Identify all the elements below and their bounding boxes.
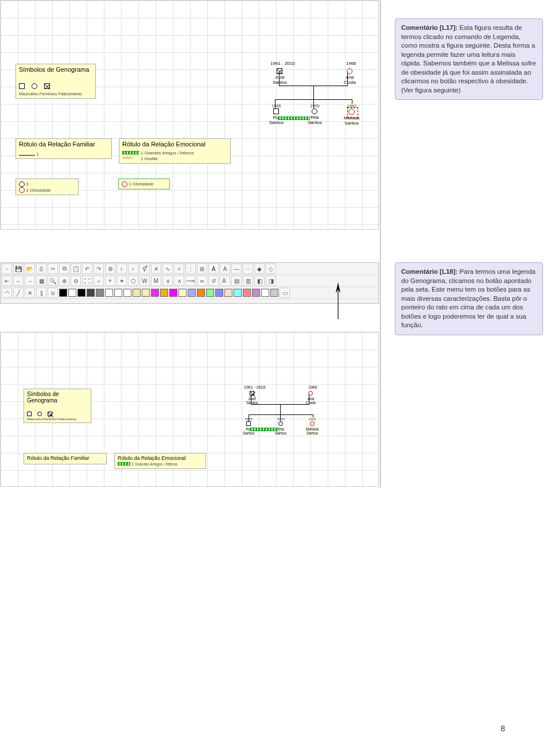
tool-button[interactable]: ∞ xyxy=(197,276,207,286)
tool-button[interactable]: ⚥ xyxy=(139,263,150,274)
text-button[interactable]: A xyxy=(208,263,219,274)
nav-button[interactable]: ← xyxy=(13,276,24,286)
redo-button[interactable]: ↷ xyxy=(94,263,104,274)
tool-button[interactable]: ∨ xyxy=(162,276,173,286)
color-swatch[interactable] xyxy=(96,289,104,297)
date-2: 1966 xyxy=(346,61,356,66)
grid-button[interactable]: ▦ xyxy=(36,276,46,286)
legend-misc-right: 1 Obesidade xyxy=(118,179,170,189)
color-swatch[interactable] xyxy=(224,289,232,297)
zoom-in-button[interactable]: ⊕ xyxy=(59,276,69,286)
cut-button[interactable]: ✂ xyxy=(48,263,58,274)
color-swatch[interactable] xyxy=(160,289,168,297)
page-margin-line xyxy=(380,0,381,488)
color-swatch[interactable] xyxy=(77,289,86,297)
deceased-symbol-icon xyxy=(48,412,52,416)
undo-button[interactable]: ↶ xyxy=(82,263,92,274)
shape-button[interactable]: ✕ xyxy=(25,288,35,298)
tool-button[interactable]: ⊞ xyxy=(197,263,207,274)
tool-button[interactable]: ◧ xyxy=(254,276,265,286)
tool-button[interactable]: ◨ xyxy=(266,276,276,286)
geno-line xyxy=(279,72,280,86)
new-file-button[interactable]: ▫ xyxy=(2,263,12,274)
line-button[interactable]: ┈ xyxy=(243,263,253,274)
line-button[interactable]: ― xyxy=(231,263,242,274)
person-name: Ana xyxy=(306,397,316,401)
tool-button[interactable]: ◇ xyxy=(266,263,276,274)
color-swatch[interactable] xyxy=(68,289,76,297)
rel-emo-g2: 1 Grandes Amigos / Íntimos xyxy=(132,462,178,466)
color-swatch[interactable] xyxy=(270,289,278,297)
color-swatch[interactable] xyxy=(215,289,223,297)
print-button[interactable]: ⎙ xyxy=(36,263,46,274)
label-masculino: Masculino xyxy=(19,91,38,96)
shape-button[interactable]: ◠ xyxy=(2,288,12,298)
color-swatch[interactable] xyxy=(151,289,159,297)
tool-button[interactable]: ∧ xyxy=(174,276,184,286)
font-button[interactable]: A˙ xyxy=(220,276,230,286)
person-jose: José Santos xyxy=(273,68,287,86)
color-swatch[interactable] xyxy=(188,289,196,297)
tool-button[interactable]: ▤ xyxy=(231,276,242,286)
color-swatch[interactable] xyxy=(234,289,242,297)
female-symbol-icon xyxy=(32,83,37,89)
tool-button[interactable]: ≈ xyxy=(174,263,184,274)
friends-line-icon xyxy=(122,151,139,154)
tool-button[interactable]: ✕ xyxy=(151,263,161,274)
color-swatch[interactable] xyxy=(179,289,187,297)
tool-button[interactable]: ♀ xyxy=(117,263,127,274)
tool-button[interactable]: ⟐ xyxy=(94,276,104,286)
male-symbol-icon xyxy=(27,412,32,416)
circle-icon xyxy=(19,181,25,187)
tool-button[interactable]: ✦ xyxy=(117,276,127,286)
legend-button[interactable]: ▭ xyxy=(280,288,290,298)
tool-button[interactable]: ◆ xyxy=(254,263,265,274)
tool-button[interactable]: ▥ xyxy=(243,276,253,286)
color-swatch[interactable] xyxy=(261,289,269,297)
open-button[interactable]: 📂 xyxy=(25,263,35,274)
tool-button[interactable]: ⬡ xyxy=(128,276,138,286)
comment-l17: Comentário [L17]: Esta figura resulta de… xyxy=(395,18,543,100)
nav-button[interactable]: → xyxy=(25,276,35,286)
color-swatch[interactable] xyxy=(133,289,141,297)
nav-button[interactable]: ⇤ xyxy=(2,276,12,286)
color-swatch[interactable] xyxy=(87,289,95,297)
copy-button[interactable]: ⧉ xyxy=(59,263,69,274)
misc-b: 1 Obesidade xyxy=(26,188,51,193)
save-button[interactable]: 💾 xyxy=(13,263,24,274)
color-swatch[interactable] xyxy=(123,289,131,297)
person-surname: Santos xyxy=(344,121,359,126)
tool-button[interactable]: ∿ xyxy=(162,263,173,274)
color-swatch[interactable] xyxy=(105,289,113,297)
fit-button[interactable]: ⛶ xyxy=(82,276,92,286)
shape-button[interactable]: ∥ xyxy=(36,288,46,298)
tool-button[interactable]: ⌖ xyxy=(105,276,115,286)
misc-a: 3 xyxy=(26,181,29,187)
comment-label: Comentário [L17]: xyxy=(401,24,457,31)
text-button[interactable]: A xyxy=(220,263,230,274)
geno-line xyxy=(309,394,309,405)
tool-button[interactable]: ⚙ xyxy=(105,263,115,274)
search-button[interactable]: 🔍 xyxy=(48,276,58,286)
tool-button[interactable]: ⋮ xyxy=(185,263,196,274)
color-swatch[interactable] xyxy=(243,289,251,297)
legend-title: Símbolos de Genograma xyxy=(19,66,92,73)
color-swatch[interactable] xyxy=(142,289,150,297)
tool-button[interactable]: ↺ xyxy=(208,276,219,286)
tool-button[interactable]: W xyxy=(139,276,150,286)
color-swatch[interactable] xyxy=(59,289,67,297)
shape-button[interactable]: ╱ xyxy=(13,288,24,298)
color-swatch[interactable] xyxy=(197,289,205,297)
tool-button[interactable]: ♂ xyxy=(128,263,138,274)
color-swatch[interactable] xyxy=(252,289,260,297)
color-swatch[interactable] xyxy=(169,289,177,297)
color-swatch[interactable] xyxy=(206,289,214,297)
tool-button[interactable]: ⟶ xyxy=(185,276,196,286)
zoom-out-button[interactable]: ⊖ xyxy=(71,276,81,286)
legend-rel-emocional: Rótulo da Relação Emocional 1 Grandes Am… xyxy=(119,138,231,164)
tool-button[interactable]: M xyxy=(151,276,161,286)
paste-button[interactable]: 📋 xyxy=(71,263,81,274)
color-swatch[interactable] xyxy=(114,289,122,297)
figure-genogram-2: Símbolos de Genograma Masculino Feminino… xyxy=(0,332,379,487)
shape-button[interactable]: ⧅ xyxy=(48,288,58,298)
